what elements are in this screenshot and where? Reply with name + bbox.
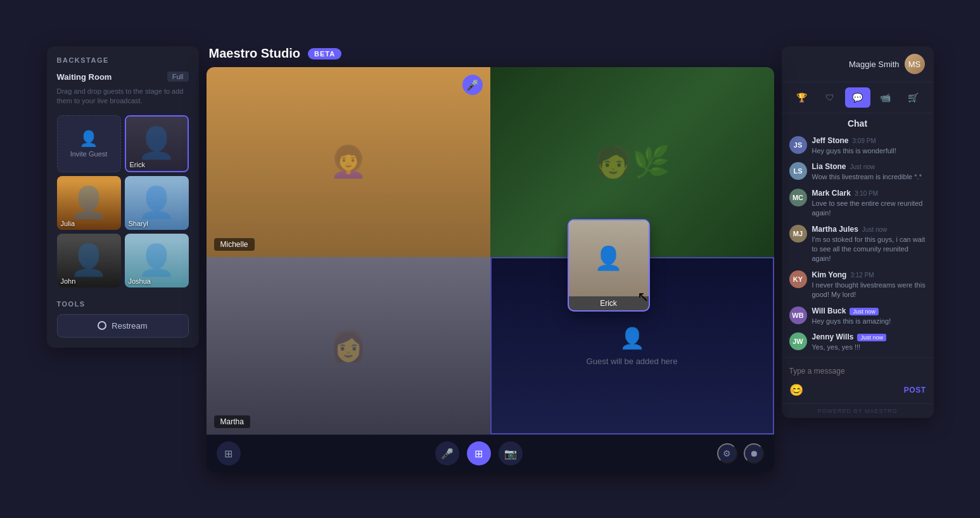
- jeff-stone-body: Jeff Stone 3:09 PM Hey guys this is wond…: [812, 136, 926, 156]
- emoji-button[interactable]: 😊: [789, 383, 803, 397]
- video-cell-michelle: 👩‍🦱 🎤 Michelle: [207, 67, 490, 257]
- martha-face: 👩: [207, 257, 490, 434]
- mic-button[interactable]: 🎤: [435, 441, 459, 465]
- waiting-room-header: Waiting Room Full: [57, 72, 189, 82]
- lia-stone-text: Wow this livestream is incredible *.*: [812, 172, 926, 182]
- martha-jules-avatar: MJ: [789, 225, 807, 243]
- guest-placeholder: 👤 Guest will be added here: [587, 326, 678, 366]
- powered-by: POWERED BY MAESTRO: [782, 403, 934, 418]
- mark-clark-time: 3:10 PM: [855, 190, 878, 197]
- mark-clark-name: Mark Clark: [812, 189, 851, 198]
- backstage-title: BACKSTAGE: [57, 56, 189, 64]
- martha-jules-time: Just now: [862, 226, 887, 233]
- will-buck-header: Will Buck Just now: [812, 306, 926, 315]
- martha-jules-body: Martha Jules Just now I'm so stoked for …: [812, 225, 926, 264]
- restream-icon: [98, 321, 106, 330]
- beta-badge: BETA: [308, 48, 341, 60]
- invite-label: Invite Guest: [70, 150, 108, 158]
- add-guest-icon: 👤: [620, 326, 645, 350]
- nav-shop[interactable]: 🛒: [901, 87, 926, 108]
- post-button[interactable]: POST: [904, 386, 926, 395]
- nav-video[interactable]: 📹: [873, 87, 898, 108]
- kim-yong-avatar: KY: [789, 270, 807, 288]
- stage-header: Maestro Studio BETA: [207, 46, 774, 67]
- martha-name-tag: Martha: [214, 415, 250, 428]
- mic-overlay-button[interactable]: 🎤: [462, 75, 483, 95]
- lia-stone-avatar: LS: [789, 162, 807, 180]
- guest-cell-erick[interactable]: 👤 Erick: [125, 115, 189, 172]
- guest-placeholder-text: Guest will be added here: [587, 357, 678, 366]
- martha-jules-name: Martha Jules: [812, 225, 858, 234]
- chat-nav: 🏆 🛡 💬 📹 🛒: [782, 82, 934, 113]
- restream-button[interactable]: Restream: [57, 314, 189, 338]
- guest-cell-sharyl[interactable]: 👤 Sharyl: [125, 176, 189, 230]
- nav-trophy[interactable]: 🏆: [789, 87, 815, 108]
- backstage-panel: BACKSTAGE Waiting Room Full Drag and dro…: [47, 46, 199, 348]
- lia-stone-body: Lia Stone Just now Wow this livestream i…: [812, 162, 926, 182]
- jeff-stone-name: Jeff Stone: [812, 136, 849, 145]
- tools-section: TOOLS Restream: [57, 300, 189, 338]
- chat-input-area: 😊 POST: [782, 357, 934, 403]
- chat-panel: Maggie Smith MS 🏆 🛡 💬 📹 🛒 Chat JS Jeff S…: [782, 46, 934, 418]
- waiting-room-label: Waiting Room: [57, 72, 112, 82]
- waiting-room-description: Drag and drop guests to the stage to add…: [57, 87, 189, 106]
- guest-cell-julia[interactable]: 👤 Julia: [57, 176, 121, 230]
- jenny-wills-text: Yes, yes, yes !!!: [812, 343, 926, 352]
- kim-yong-name: Kim Yong: [812, 270, 847, 279]
- chat-avatar: MS: [905, 54, 925, 74]
- layout-button[interactable]: ⊞: [467, 441, 491, 465]
- chat-message-3: MC Mark Clark 3:10 PM Love to see the en…: [789, 189, 926, 218]
- main-stage: Maestro Studio BETA 👩‍🦱 🎤 Michelle 🧑‍🌿: [207, 46, 774, 472]
- will-buck-name: Will Buck: [812, 306, 846, 315]
- chat-message-4: MJ Martha Jules Just now I'm so stoked f…: [789, 225, 926, 264]
- sharyl-name: Sharyl: [129, 220, 148, 227]
- screen-share-icon: ⊞: [224, 448, 232, 460]
- lia-stone-header: Lia Stone Just now: [812, 162, 926, 171]
- drag-card-name: Erick: [569, 296, 649, 310]
- jenny-wills-time: Just now: [857, 334, 886, 341]
- jeff-stone-time: 3:09 PM: [853, 137, 876, 144]
- toolbar-center: 🎤 ⊞ 📷: [435, 441, 523, 465]
- invite-guest-cell[interactable]: 👤 Invite Guest: [57, 115, 121, 172]
- mark-clark-body: Mark Clark 3:10 PM Love to see the entir…: [812, 189, 926, 218]
- nav-chat[interactable]: 💬: [845, 87, 870, 108]
- toolbar-left: ⊞: [217, 441, 241, 465]
- toolbar-right: ⚙ ⏺: [717, 443, 764, 464]
- jenny-wills-avatar: JW: [789, 332, 807, 350]
- julia-name: Julia: [61, 220, 75, 227]
- video-grid: 👩‍🦱 🎤 Michelle 🧑‍🌿 👩 Martha: [207, 67, 774, 434]
- mic-icon: 🎤: [466, 79, 479, 91]
- will-buck-time: Just now: [850, 308, 879, 315]
- will-buck-text: Hey guys this is amazing!: [812, 317, 926, 326]
- jeff-stone-header: Jeff Stone 3:09 PM: [812, 136, 926, 145]
- invite-icon: 👤: [79, 130, 98, 148]
- chat-input[interactable]: [789, 364, 926, 378]
- chat-message-2: LS Lia Stone Just now Wow this livestrea…: [789, 162, 926, 182]
- screen-share-button[interactable]: ⊞: [217, 441, 241, 465]
- stage-toolbar: ⊞ 🎤 ⊞ 📷 ⚙: [207, 434, 774, 472]
- erick-name: Erick: [130, 161, 145, 168]
- guest-cell-john[interactable]: 👤 John: [57, 234, 121, 287]
- mic-icon: 🎤: [441, 448, 454, 460]
- kim-yong-time: 3:12 PM: [850, 272, 874, 279]
- stage-title: Maestro Studio: [209, 46, 300, 61]
- layout-icon: ⊞: [474, 448, 483, 460]
- chat-message-7: JW Jenny Wills Just now Yes, yes, yes !!…: [789, 332, 926, 352]
- michelle-face: 👩‍🦱: [207, 67, 490, 257]
- kim-yong-body: Kim Yong 3:12 PM I never thought livestr…: [812, 270, 926, 300]
- jenny-wills-header: Jenny Wills Just now: [812, 332, 926, 341]
- settings-icon: ⚙: [723, 448, 731, 458]
- record-button[interactable]: ⏺: [744, 443, 764, 464]
- jenny-wills-name: Jenny Wills: [812, 332, 854, 341]
- settings-button[interactable]: ⚙: [717, 443, 737, 464]
- camera-button[interactable]: 📷: [499, 441, 523, 465]
- drag-card-erick[interactable]: 👤 Erick: [568, 219, 650, 312]
- nav-shield[interactable]: 🛡: [817, 87, 843, 108]
- jeff-stone-text: Hey guys this is wonderfull!: [812, 146, 926, 156]
- chat-input-row: 😊 POST: [789, 383, 926, 397]
- will-buck-avatar: WB: [789, 306, 807, 324]
- guest-cell-joshua[interactable]: 👤 Joshua: [125, 234, 189, 287]
- guest-grid: 👤 Invite Guest 👤 Erick 👤 Julia 👤: [57, 115, 189, 287]
- lia-stone-name: Lia Stone: [812, 162, 846, 171]
- erick-drag-face: 👤: [569, 220, 649, 296]
